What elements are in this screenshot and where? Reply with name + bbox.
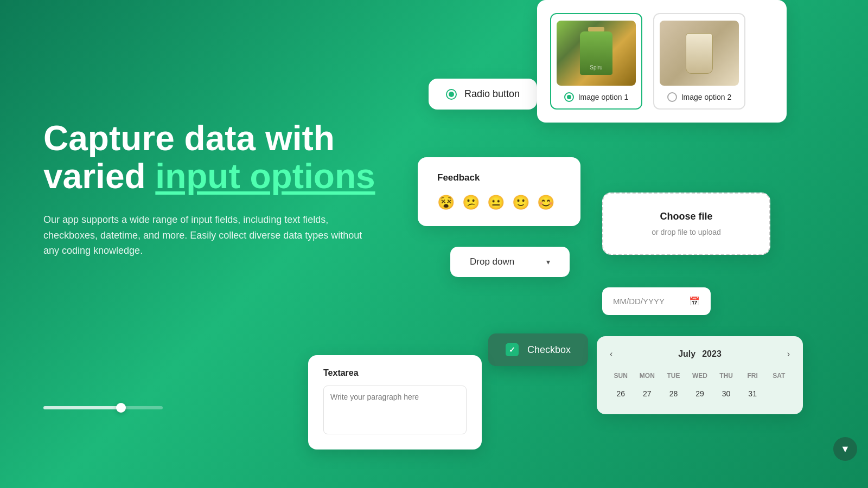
slider-thumb[interactable] xyxy=(116,403,126,413)
dropdown-label: Drop down xyxy=(470,256,514,267)
cal-day-31[interactable]: 31 xyxy=(742,386,764,401)
textarea-title: Textarea xyxy=(323,368,467,378)
image-option-2[interactable]: Image option 2 xyxy=(653,13,745,110)
cal-day-30[interactable]: 30 xyxy=(715,386,737,401)
checkbox-box: ✓ xyxy=(506,343,519,356)
emoji-bad[interactable]: 😕 xyxy=(462,194,480,211)
option-image-2 xyxy=(660,21,739,86)
cal-header-tue: TUE xyxy=(662,370,685,382)
cal-day-28[interactable]: 28 xyxy=(662,386,685,401)
file-upload-card[interactable]: Choose file or drop file to upload xyxy=(602,192,770,255)
textarea-card: Textarea xyxy=(308,355,482,450)
cal-header-sun: SUN xyxy=(610,370,632,382)
option2-radio: Image option 2 xyxy=(667,92,732,102)
dropdown-card[interactable]: Drop down ▾ xyxy=(450,247,570,277)
option1-radio: Image option 1 xyxy=(564,92,629,102)
cal-header-fri: FRI xyxy=(742,370,764,382)
emoji-very-good[interactable]: 😊 xyxy=(537,194,554,211)
cal-day-26[interactable]: 26 xyxy=(610,386,632,401)
emoji-very-bad[interactable]: 😵 xyxy=(437,194,455,211)
checkbox-label: Checkbox xyxy=(527,344,571,356)
emoji-good[interactable]: 🙂 xyxy=(512,194,529,211)
slider-container xyxy=(43,406,163,409)
option1-radio-dot xyxy=(564,92,574,102)
date-placeholder: MM/DD/YYYY xyxy=(613,297,682,306)
textarea-field[interactable] xyxy=(323,386,467,434)
candle-image: Spiru xyxy=(557,21,636,86)
file-upload-title: Choose file xyxy=(627,211,745,222)
calendar-year: 2023 xyxy=(702,349,722,359)
calendar-next-button[interactable]: › xyxy=(787,349,790,359)
feedback-card: Feedback 😵 😕 😐 🙂 😊 xyxy=(418,157,580,226)
cal-header-thu: THU xyxy=(715,370,737,382)
calendar-header: ‹ July 2023 › xyxy=(610,349,790,359)
calendar-card: ‹ July 2023 › SUN MON TUE WED THU FRI SA… xyxy=(597,336,803,414)
calendar-month-year: July 2023 xyxy=(678,349,722,359)
cal-header-mon: MON xyxy=(636,370,659,382)
chevron-down-icon: ▾ xyxy=(546,258,550,266)
date-input-card[interactable]: MM/DD/YYYY 📅 xyxy=(602,287,711,315)
calendar-icon: 📅 xyxy=(689,296,700,306)
cal-header-sat: SAT xyxy=(768,370,790,382)
option2-radio-dot xyxy=(667,92,677,102)
option2-label: Image option 2 xyxy=(681,93,732,101)
drink-image xyxy=(660,21,739,86)
calendar-prev-button[interactable]: ‹ xyxy=(610,349,612,359)
radio-button-card[interactable]: Radio button xyxy=(429,79,537,110)
radio-dot xyxy=(446,89,457,100)
slider-fill xyxy=(43,406,121,409)
image-options-card: Spiru Image option 1 Image option 2 xyxy=(537,0,787,123)
option-image-1: Spiru xyxy=(557,21,636,86)
cal-day-27[interactable]: 27 xyxy=(636,386,659,401)
radio-label: Radio button xyxy=(464,88,520,100)
hero-title: Capture data with varied input options xyxy=(43,119,434,196)
checkmark-icon: ✓ xyxy=(509,345,515,354)
image-option-1[interactable]: Spiru Image option 1 xyxy=(550,13,642,110)
highlight-text: input options xyxy=(155,157,375,196)
scroll-arrow-icon: ▼ xyxy=(840,444,850,455)
calendar-grid: SUN MON TUE WED THU FRI SAT 26 27 28 29 … xyxy=(610,370,790,401)
checkbox-card[interactable]: ✓ Checkbox xyxy=(488,333,588,366)
cal-day-empty xyxy=(768,386,790,401)
scroll-down-button[interactable]: ▼ xyxy=(833,437,857,461)
slider-track[interactable] xyxy=(43,406,163,409)
hero-description: Our app supports a wide range of input f… xyxy=(43,212,380,259)
calendar-month: July xyxy=(678,349,695,359)
feedback-title: Feedback xyxy=(437,172,561,183)
file-upload-subtitle: or drop file to upload xyxy=(627,228,745,236)
emoji-neutral[interactable]: 😐 xyxy=(487,194,505,211)
emoji-row: 😵 😕 😐 🙂 😊 xyxy=(437,194,561,211)
cal-day-29[interactable]: 29 xyxy=(689,386,711,401)
option1-label: Image option 1 xyxy=(578,93,629,101)
hero-section: Capture data with varied input options O… xyxy=(43,119,434,259)
cal-header-wed: WED xyxy=(689,370,711,382)
